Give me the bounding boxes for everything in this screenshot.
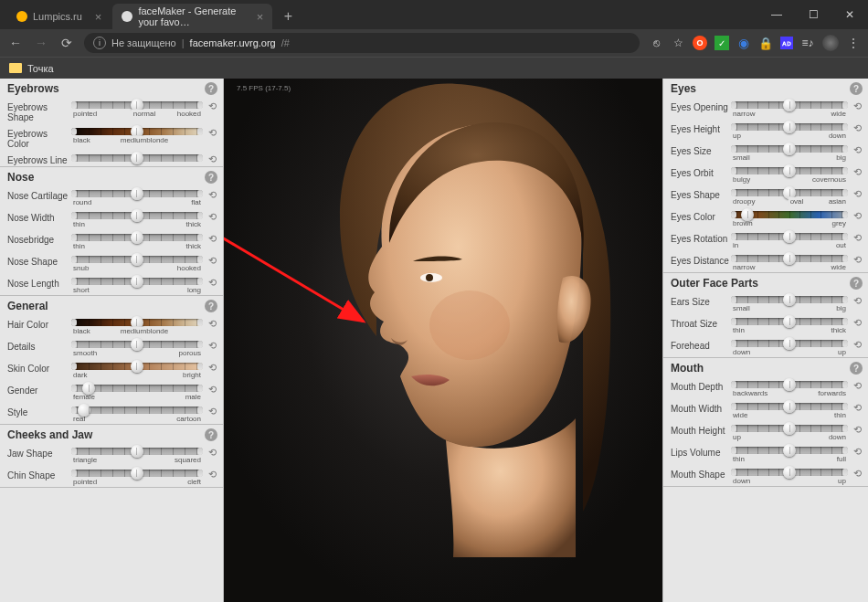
slider[interactable]: in out ⟲ <box>731 230 863 249</box>
slider[interactable]: down up ⟲ <box>731 337 863 356</box>
slider[interactable]: small big ⟲ <box>731 293 863 312</box>
extension-icon[interactable]: ᴀᴅ <box>780 37 793 49</box>
reset-icon[interactable]: ⟲ <box>206 255 217 266</box>
slider-thumb[interactable] <box>741 208 754 221</box>
slider-thumb[interactable] <box>783 378 796 391</box>
slider-track[interactable] <box>71 234 203 241</box>
slider-thumb[interactable] <box>131 253 143 266</box>
slider[interactable]: thin thick ⟲ <box>71 209 217 228</box>
slider[interactable]: thin thick ⟲ <box>71 231 217 250</box>
slider-track[interactable] <box>71 385 203 392</box>
slider-track[interactable] <box>731 340 848 347</box>
reset-icon[interactable]: ⟲ <box>852 339 863 350</box>
slider[interactable]: pointed normal hooked ⟲ <box>71 99 217 118</box>
3d-viewport[interactable]: 7.5 FPS (17-7.5) <box>224 79 662 602</box>
slider[interactable]: real cartoon ⟲ <box>71 404 217 423</box>
close-button[interactable]: ✕ <box>831 0 868 29</box>
menu-button[interactable]: ⋮ <box>846 36 861 50</box>
slider[interactable]: black mediumblonde ⟲ <box>71 125 217 144</box>
slider-thumb[interactable] <box>783 315 796 328</box>
slider[interactable]: narrow wide ⟲ <box>731 252 863 271</box>
slider-track[interactable] <box>731 318 848 325</box>
slider[interactable]: wide thin ⟲ <box>731 400 863 419</box>
slider-thumb[interactable] <box>131 360 143 373</box>
slider-track[interactable] <box>731 255 848 262</box>
slider[interactable]: brown grey ⟲ <box>731 208 863 227</box>
slider-thumb[interactable] <box>783 422 796 435</box>
slider-thumb[interactable] <box>131 209 143 222</box>
maximize-button[interactable]: ☐ <box>795 0 831 29</box>
slider-track[interactable] <box>731 145 848 153</box>
help-icon[interactable]: ? <box>205 300 217 312</box>
reset-icon[interactable]: ⟲ <box>852 100 863 111</box>
slider-track[interactable] <box>71 154 203 162</box>
help-icon[interactable]: ? <box>205 82 217 95</box>
reset-icon[interactable]: ⟲ <box>852 295 863 306</box>
reset-icon[interactable]: ⟲ <box>852 144 863 155</box>
reset-icon[interactable]: ⟲ <box>206 340 217 351</box>
slider[interactable]: thin thick ⟲ <box>731 315 863 334</box>
reset-icon[interactable]: ⟲ <box>852 468 863 479</box>
slider[interactable]: dark bright ⟲ <box>71 360 217 379</box>
reset-icon[interactable]: ⟲ <box>852 317 863 328</box>
reset-icon[interactable]: ⟲ <box>852 188 863 199</box>
slider[interactable]: narrow wide ⟲ <box>731 99 863 118</box>
slider[interactable]: triangle squared ⟲ <box>71 445 217 464</box>
back-button[interactable]: ← <box>7 36 24 50</box>
extension-icon[interactable]: ✓ <box>715 36 729 50</box>
slider[interactable]: pointed cleft ⟲ <box>71 467 217 486</box>
reset-icon[interactable]: ⟲ <box>852 380 863 391</box>
slider-thumb[interactable] <box>783 143 796 155</box>
help-icon[interactable]: ? <box>850 82 863 95</box>
reset-icon[interactable]: ⟲ <box>852 424 863 435</box>
slider-thumb[interactable] <box>783 121 796 133</box>
slider-track[interactable] <box>71 470 203 477</box>
reset-icon[interactable]: ⟲ <box>206 127 217 138</box>
reset-icon[interactable]: ⟲ <box>852 402 863 413</box>
slider-track[interactable] <box>731 403 848 410</box>
bookmark-item[interactable]: Точка <box>27 63 54 74</box>
minimize-button[interactable]: — <box>758 0 795 29</box>
slider[interactable]: up down ⟲ <box>731 422 863 441</box>
slider[interactable]: round flat ⟲ <box>71 187 217 206</box>
slider-thumb[interactable] <box>131 231 143 244</box>
slider-thumb[interactable] <box>131 187 143 200</box>
reset-icon[interactable]: ⟲ <box>206 362 217 373</box>
browser-tab[interactable]: faceMaker - Generate your favo…× <box>112 4 272 29</box>
reset-icon[interactable]: ⟲ <box>206 406 217 417</box>
reset-icon[interactable]: ⟲ <box>852 446 863 457</box>
reset-icon[interactable]: ⟲ <box>206 189 217 200</box>
slider-track[interactable] <box>71 278 203 285</box>
reset-icon[interactable]: ⟲ <box>206 447 217 458</box>
close-icon[interactable]: × <box>257 10 264 24</box>
slider[interactable]: droopy oval asian ⟲ <box>731 186 863 206</box>
reset-icon[interactable]: ⟲ <box>206 100 217 111</box>
slider-track[interactable] <box>731 296 848 303</box>
extension-icon[interactable]: ≡♪ <box>800 36 815 50</box>
extension-icon[interactable]: 🔒 <box>758 36 773 50</box>
slider-track[interactable] <box>731 123 848 131</box>
slider-track[interactable] <box>731 425 848 432</box>
slider-track[interactable] <box>71 256 203 263</box>
slider-track[interactable] <box>731 469 848 476</box>
new-tab-button[interactable]: + <box>278 6 298 26</box>
slider-track[interactable] <box>731 211 848 218</box>
reset-icon[interactable]: ⟲ <box>852 166 863 177</box>
help-icon[interactable]: ? <box>205 171 217 184</box>
slider-thumb[interactable] <box>82 382 95 395</box>
slider[interactable]: short long ⟲ <box>71 275 217 294</box>
slider-track[interactable] <box>71 212 203 219</box>
slider-thumb[interactable] <box>131 467 143 480</box>
help-icon[interactable]: ? <box>850 277 863 290</box>
slider-track[interactable] <box>71 341 203 348</box>
slider-thumb[interactable] <box>78 404 90 417</box>
slider[interactable]: thin full ⟲ <box>731 444 863 463</box>
slider-thumb[interactable] <box>131 445 143 458</box>
reset-icon[interactable]: ⟲ <box>206 277 217 288</box>
slider-track[interactable] <box>731 101 848 109</box>
reset-icon[interactable]: ⟲ <box>852 122 863 133</box>
slider-thumb[interactable] <box>783 337 796 350</box>
slider[interactable]: ⟲ <box>71 152 217 163</box>
slider-thumb[interactable] <box>783 444 796 457</box>
slider-track[interactable] <box>71 319 203 326</box>
